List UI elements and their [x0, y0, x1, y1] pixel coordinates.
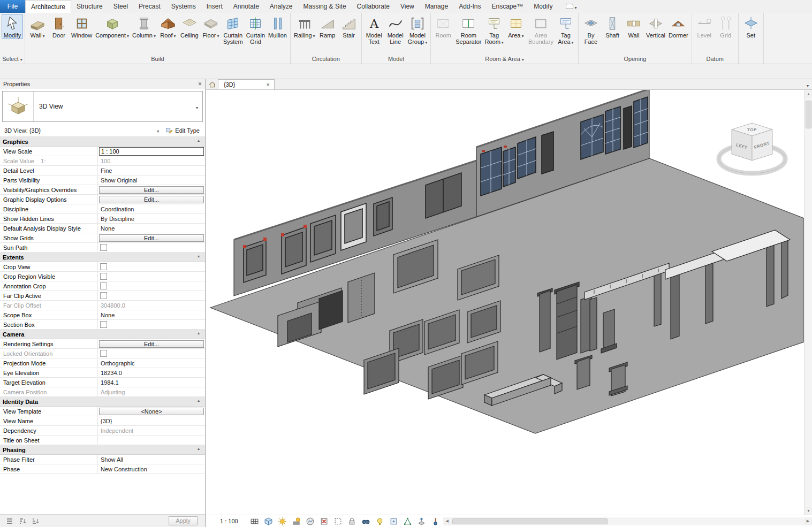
- file-menu-button[interactable]: File: [0, 0, 25, 13]
- ribbon-button-dormer[interactable]: Dormer: [667, 14, 690, 39]
- ribbon-button-area-boundary[interactable]: Area Boundary: [527, 14, 555, 45]
- displacement-sets-icon[interactable]: [417, 517, 426, 526]
- ribbon-button-area[interactable]: Area: [505, 14, 527, 39]
- ribbon-display-toggle[interactable]: [564, 0, 579, 13]
- ribbon-button-ramp[interactable]: Ramp: [317, 14, 338, 39]
- tab-insert[interactable]: Insert: [201, 0, 228, 13]
- crop-region-visible-checkbox[interactable]: [100, 273, 107, 280]
- ribbon-button-roof[interactable]: Roof: [157, 14, 179, 39]
- reveal-hidden-icon[interactable]: [375, 517, 384, 526]
- property-value[interactable]: New Construction: [99, 466, 147, 472]
- hide-isolate-icon[interactable]: [361, 517, 370, 526]
- view-scale-input[interactable]: [99, 147, 204, 156]
- tab-architecture[interactable]: Architecture: [25, 0, 71, 13]
- view-selector-combo[interactable]: 3D View: {3D}: [0, 124, 163, 136]
- ribbon-button-tag-room[interactable]: Tag Room: [483, 14, 505, 45]
- ribbon-button-modify[interactable]: Modify: [2, 14, 23, 39]
- shadows-icon[interactable]: [292, 517, 301, 526]
- property-value[interactable]: Coordination: [99, 206, 134, 212]
- annotation-crop-checkbox[interactable]: [100, 282, 107, 289]
- ribbon-panel-label[interactable]: Room & Area: [431, 55, 578, 64]
- view-cube[interactable]: TOP LEFT FRONT: [715, 118, 790, 182]
- ribbon-button-curtain-system[interactable]: Curtain System: [222, 14, 245, 45]
- tab-view[interactable]: View: [395, 0, 420, 13]
- section-header-phasing[interactable]: Phasing: [0, 445, 205, 455]
- ribbon-button-shaft[interactable]: Shaft: [602, 14, 623, 39]
- sun-path-icon[interactable]: [278, 517, 287, 526]
- temporary-view-icon[interactable]: [389, 517, 398, 526]
- ribbon-button-level[interactable]: Level: [694, 14, 715, 39]
- tab-structure[interactable]: Structure: [71, 0, 108, 13]
- ribbon-button-mullion[interactable]: Mullion: [267, 14, 289, 39]
- ribbon-button-stair[interactable]: Stair: [338, 14, 360, 39]
- tab-manage[interactable]: Manage: [420, 0, 453, 13]
- sort-ascending-icon[interactable]: [18, 517, 27, 525]
- section-header-identity-data[interactable]: Identity Data: [0, 397, 205, 407]
- property-value[interactable]: Adjusting: [99, 389, 125, 395]
- sort-descending-icon[interactable]: [31, 517, 40, 525]
- filter-list-icon[interactable]: [5, 517, 14, 525]
- ribbon-button-railing[interactable]: Railing: [292, 14, 317, 39]
- property-value[interactable]: Show All: [99, 456, 123, 463]
- rendering-icon[interactable]: [306, 517, 315, 526]
- scroll-down-icon[interactable]: [805, 507, 812, 515]
- ribbon-button-room[interactable]: Room: [432, 14, 454, 39]
- section-header-extents[interactable]: Extents: [0, 253, 205, 262]
- show-grids-button[interactable]: Edit...: [99, 234, 204, 242]
- scroll-up-icon[interactable]: [805, 90, 812, 98]
- view-scale-button[interactable]: 1 : 100: [220, 518, 238, 524]
- property-value[interactable]: 304800.0: [99, 302, 125, 309]
- property-value[interactable]: 18234.0: [99, 370, 122, 376]
- ribbon-button-component[interactable]: Component: [94, 14, 131, 39]
- section-header-graphics[interactable]: Graphics: [0, 137, 205, 147]
- collapse-chevron-icon[interactable]: [198, 398, 200, 403]
- ribbon-button-tag-area[interactable]: Tag Area: [555, 14, 576, 45]
- view-template-button[interactable]: <None>: [99, 408, 204, 415]
- vertical-scrollbar[interactable]: [804, 90, 812, 515]
- far-clip-active-checkbox[interactable]: [100, 292, 107, 299]
- view-tabs-dropdown[interactable]: [803, 79, 812, 89]
- collapse-chevron-icon[interactable]: [198, 254, 200, 258]
- property-value[interactable]: None: [99, 225, 115, 232]
- ribbon-button-curtain-grid[interactable]: Curtain Grid: [245, 14, 267, 45]
- ribbon-button-room-separator[interactable]: Room Separator: [454, 14, 483, 45]
- crop-view-checkbox[interactable]: [100, 263, 107, 270]
- property-value[interactable]: None: [99, 312, 115, 318]
- ribbon-button-window[interactable]: Window: [70, 14, 94, 39]
- analytical-model-icon[interactable]: [403, 517, 412, 526]
- visual-style-icon[interactable]: [264, 517, 273, 526]
- type-selector[interactable]: 3D View: [2, 91, 203, 122]
- locked-orientation-checkbox[interactable]: [100, 350, 107, 357]
- ribbon-button-door[interactable]: Door: [48, 14, 70, 39]
- ribbon-button-set[interactable]: Set: [740, 14, 762, 39]
- collapse-chevron-icon[interactable]: [198, 138, 200, 143]
- close-icon[interactable]: [267, 81, 270, 88]
- horizontal-scroll-track[interactable]: [451, 517, 804, 525]
- section-box-checkbox[interactable]: [100, 321, 107, 328]
- view-tab-3d[interactable]: {3D}: [218, 79, 275, 89]
- sun-path-checkbox[interactable]: [100, 244, 107, 251]
- ribbon-button-wall[interactable]: Wall: [27, 14, 48, 39]
- tab-analyze[interactable]: Analyze: [264, 0, 298, 13]
- horizontal-scrollbar[interactable]: [443, 517, 812, 525]
- ribbon-button-ceiling[interactable]: Ceiling: [179, 14, 200, 39]
- ribbon-button-by-face[interactable]: By Face: [580, 14, 602, 45]
- home-icon[interactable]: [206, 79, 218, 89]
- ribbon-button-wall[interactable]: Wall: [623, 14, 644, 39]
- ribbon-button-column[interactable]: Column: [131, 14, 157, 39]
- ribbon-button-floor[interactable]: Floor: [200, 14, 222, 39]
- property-value[interactable]: Show Original: [99, 177, 137, 184]
- ribbon-button-vertical[interactable]: Vertical: [644, 14, 667, 39]
- close-icon[interactable]: [198, 80, 202, 88]
- tab-modify[interactable]: Modify: [528, 0, 558, 13]
- property-value[interactable]: By Discipline: [99, 216, 134, 222]
- tab-annotate[interactable]: Annotate: [228, 0, 264, 13]
- tab-massing-site[interactable]: Massing & Site: [298, 0, 352, 13]
- apply-button[interactable]: Apply: [169, 516, 198, 525]
- ribbon-button-model-group[interactable]: Model Group: [406, 14, 429, 45]
- edit-type-button[interactable]: Edit Type: [163, 124, 205, 136]
- property-value[interactable]: Orthographic: [99, 360, 135, 366]
- ribbon-button-model-text[interactable]: AModel Text: [363, 14, 385, 45]
- property-value[interactable]: 100: [99, 158, 110, 164]
- rendering-settings-button[interactable]: Edit...: [99, 340, 204, 348]
